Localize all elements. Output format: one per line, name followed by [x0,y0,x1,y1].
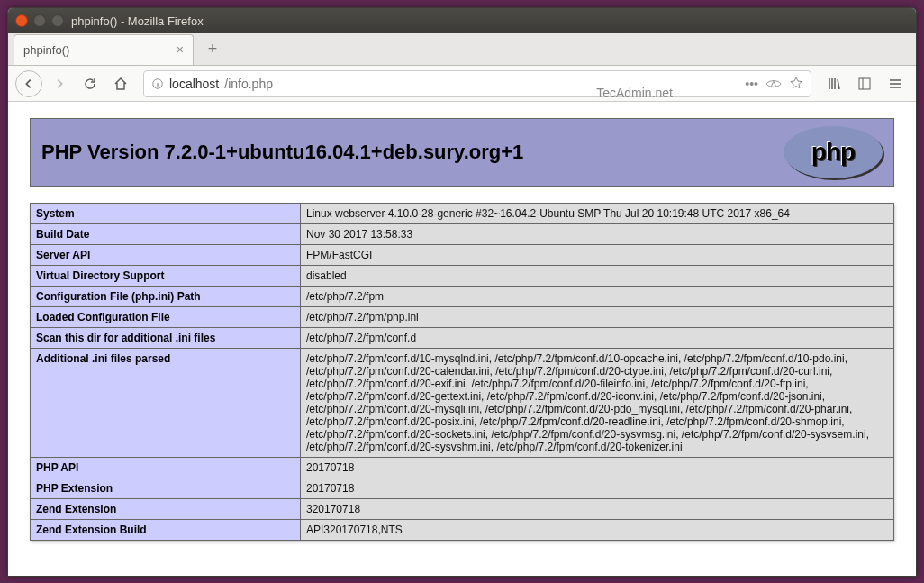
table-row: Virtual Directory Supportdisabled [31,266,894,287]
table-row: Build DateNov 30 2017 13:58:33 [31,224,894,245]
table-row: PHP API20170718 [31,458,894,478]
row-label: Server API [31,245,301,266]
library-button[interactable] [820,70,847,97]
sidebar-icon [857,77,872,91]
phpinfo-header: PHP Version 7.2.0-1+ubuntu16.04.1+deb.su… [30,118,894,187]
window-title: phpinfo() - Mozilla Firefox [71,14,204,28]
phpinfo-table: SystemLinux webserver 4.10.0-28-generic … [30,203,894,541]
table-row: PHP Extension20170718 [31,478,894,499]
maximize-window-button[interactable] [51,14,64,27]
home-icon [113,77,128,91]
row-value: FPM/FastCGI [301,245,894,266]
row-value: 20170718 [301,458,894,478]
row-value: Linux webserver 4.10.0-28-generic #32~16… [301,204,894,224]
sidebar-button[interactable] [851,70,878,97]
row-label: Configuration File (php.ini) Path [31,287,301,307]
library-icon [827,77,841,91]
info-icon [151,77,164,90]
hamburger-icon [888,77,902,91]
table-row: Additional .ini files parsed/etc/php/7.2… [31,349,894,458]
browser-tab[interactable]: phpinfo() × [14,34,194,65]
row-value: /etc/php/7.2/fpm/php.ini [301,307,894,328]
bookmark-star-icon[interactable] [789,77,803,91]
row-label: PHP API [31,458,301,478]
table-row: Zend Extension BuildAPI320170718,NTS [31,520,894,541]
close-tab-icon[interactable]: × [177,43,184,56]
reload-button[interactable] [77,70,104,97]
row-label: Build Date [31,224,301,245]
php-logo: php [784,126,883,178]
svg-rect-1 [859,78,870,89]
url-bar[interactable]: localhost/info.php ••• [143,70,811,97]
php-version-title: PHP Version 7.2.0-1+ubuntu16.04.1+deb.su… [41,141,523,164]
table-row: Server APIFPM/FastCGI [31,245,894,266]
table-row: Scan this dir for additional .ini files/… [31,328,894,349]
row-value: disabled [301,266,894,287]
minimize-window-button[interactable] [33,14,46,27]
home-button[interactable] [107,70,134,97]
table-row: Configuration File (php.ini) Path/etc/ph… [31,287,894,307]
row-value: API320170718,NTS [301,520,894,541]
row-value: /etc/php/7.2/fpm/conf.d [301,328,894,349]
new-tab-button[interactable]: + [199,36,226,63]
row-value: 320170718 [301,499,894,520]
table-row: SystemLinux webserver 4.10.0-28-generic … [31,204,894,224]
row-label: Zend Extension [31,499,301,520]
url-host: localhost [169,77,219,91]
row-label: Additional .ini files parsed [31,349,301,458]
tab-title: phpinfo() [23,43,69,57]
row-value: 20170718 [301,478,894,499]
window-controls [15,14,64,27]
row-label: PHP Extension [31,478,301,499]
table-row: Zend Extension320170718 [31,499,894,520]
row-value: Nov 30 2017 13:58:33 [301,224,894,245]
menu-button[interactable] [882,70,909,97]
row-label: Virtual Directory Support [31,266,301,287]
forward-button[interactable] [46,70,73,97]
row-label: Loaded Configuration File [31,307,301,328]
arrow-right-icon [53,77,66,90]
row-value: /etc/php/7.2/fpm/conf.d/10-mysqlnd.ini, … [301,349,894,458]
row-label: Zend Extension Build [31,520,301,541]
page-content[interactable]: PHP Version 7.2.0-1+ubuntu16.04.1+deb.su… [8,102,916,576]
row-label: Scan this dir for additional .ini files [31,328,301,349]
browser-window: phpinfo() - Mozilla Firefox phpinfo() × … [7,7,917,577]
arrow-left-icon [23,77,35,90]
reader-icon[interactable] [765,77,782,90]
close-window-button[interactable] [15,14,28,27]
titlebar: phpinfo() - Mozilla Firefox [8,8,916,33]
table-row: Loaded Configuration File/etc/php/7.2/fp… [31,307,894,328]
row-value: /etc/php/7.2/fpm [301,287,894,307]
nav-toolbar: localhost/info.php ••• [8,66,916,102]
row-label: System [31,204,301,224]
back-button[interactable] [15,70,42,97]
tab-bar: phpinfo() × + [8,33,916,66]
page-actions-icon[interactable]: ••• [745,77,758,91]
reload-icon [83,77,97,91]
url-path: /info.php [224,77,273,91]
